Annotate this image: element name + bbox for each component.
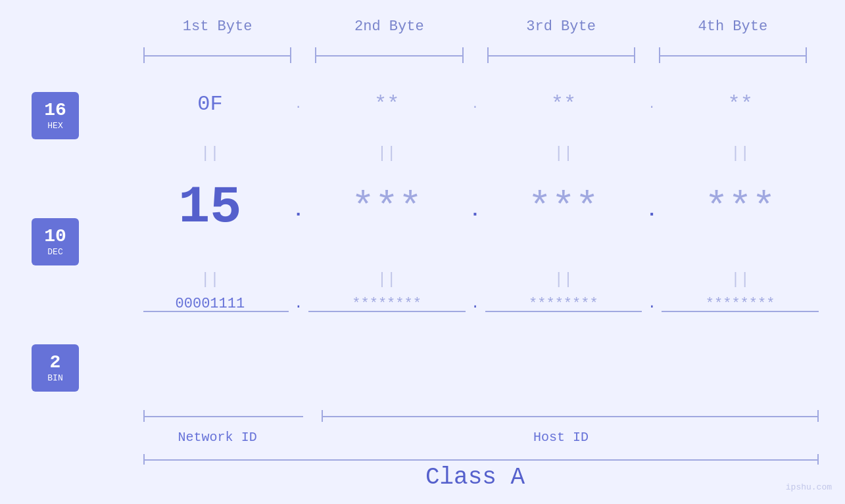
dec-value-4: *** [705, 185, 776, 230]
byte-header-4: 4th Byte [647, 18, 819, 35]
bin-row: 00001111 . ******** . ******** . *******… [132, 296, 819, 312]
dec-value-2: *** [351, 185, 422, 230]
badge-column: 16 HEX 10 DEC 2 BIN [32, 92, 79, 470]
hex-value-3: ** [551, 92, 576, 116]
bin-dot-2: . [466, 296, 485, 312]
outer-bracket-right [817, 454, 819, 465]
hex-cell-1: 0F [132, 92, 289, 116]
equals-cell-2b: || [308, 271, 466, 288]
bin-cell-1: 00001111 [132, 296, 289, 312]
byte-header-2: 2nd Byte [303, 18, 475, 35]
dec-cell-2: *** [308, 185, 466, 230]
bracket-2 [315, 47, 463, 63]
dec-cell-3: *** [485, 185, 642, 230]
host-bracket-left-tick [322, 410, 323, 422]
bin-cell-4: ******** [662, 296, 819, 312]
dec-row: 15 . *** . *** . *** [132, 177, 819, 237]
bracket-1 [143, 47, 291, 63]
equals-row-2: || || || || [132, 271, 819, 288]
network-id-label: Network ID [132, 430, 303, 445]
equals-cell-1a: || [132, 145, 289, 162]
bracket-row [132, 47, 819, 63]
bracket-4 [659, 47, 807, 63]
hex-cell-3: ** [485, 92, 642, 116]
hex-dot-2: . [466, 98, 485, 111]
bracket-3 [487, 47, 635, 63]
bytes-area: 1st Byte 2nd Byte 3rd Byte 4th Byte 0F .… [132, 0, 819, 504]
dec-dot-1: . [289, 194, 308, 221]
equals-cell-3a: || [485, 145, 642, 162]
byte-header-1: 1st Byte [132, 18, 303, 35]
bin-value-4: ******** [706, 296, 775, 312]
hex-row: 0F . ** . ** . ** [132, 92, 819, 116]
bin-value-3: ******** [529, 296, 598, 312]
hex-badge: 16 HEX [32, 92, 79, 139]
host-id-label: Host ID [303, 430, 819, 445]
bin-cell-2: ******** [308, 296, 466, 312]
dec-cell-1: 15 [132, 177, 289, 237]
equals-cell-1b: || [132, 271, 289, 288]
hex-badge-number: 16 [44, 101, 66, 121]
bin-value-1: 00001111 [176, 296, 245, 312]
hex-dot-3: . [642, 98, 662, 111]
hex-dot-1: . [289, 98, 308, 111]
bin-badge-label: BIN [47, 373, 62, 383]
class-label: Class A [132, 464, 819, 491]
watermark: ipshu.com [786, 482, 832, 492]
equals-row-1: || || || || [132, 145, 819, 162]
byte-header-3: 3rd Byte [475, 18, 647, 35]
byte-headers: 1st Byte 2nd Byte 3rd Byte 4th Byte [132, 18, 819, 35]
bin-dot-3: . [642, 296, 662, 312]
dec-value-3: *** [528, 185, 599, 230]
host-bracket [322, 410, 819, 422]
equals-cell-4b: || [662, 271, 819, 288]
dec-cell-4: *** [662, 185, 819, 230]
equals-cell-2a: || [308, 145, 466, 162]
outer-bracket [132, 454, 819, 465]
bin-badge-number: 2 [50, 353, 61, 373]
bin-value-2: ******** [352, 296, 422, 312]
hex-value-2: ** [374, 92, 399, 116]
dec-badge-label: DEC [47, 247, 62, 257]
dec-badge-number: 10 [44, 227, 66, 247]
bin-badge: 2 BIN [32, 344, 79, 392]
dec-dot-3: . [642, 194, 662, 221]
dec-dot-2: . [466, 194, 485, 221]
equals-cell-4a: || [662, 145, 819, 162]
dec-badge: 10 DEC [32, 218, 79, 265]
hex-value-4: ** [727, 92, 752, 116]
dec-value-1: 15 [178, 177, 241, 237]
hex-badge-label: HEX [47, 121, 62, 131]
network-bracket [132, 410, 303, 422]
bin-dot-1: . [289, 296, 308, 312]
bin-cell-3: ******** [485, 296, 642, 312]
hex-cell-2: ** [308, 92, 466, 116]
hex-cell-4: ** [662, 92, 819, 116]
hex-value-1: 0F [197, 92, 222, 116]
equals-cell-3b: || [485, 271, 642, 288]
main-container: 16 HEX 10 DEC 2 BIN 1st Byte 2nd Byte 3r… [0, 0, 845, 504]
